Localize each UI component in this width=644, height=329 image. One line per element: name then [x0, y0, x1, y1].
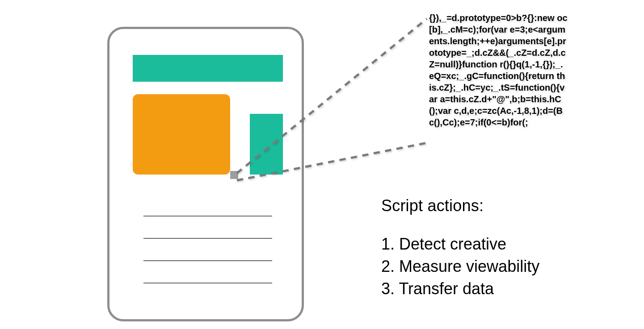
script-code: {}),_=d.prototype=0>b?{}:new oc[b],_.cM=…	[429, 12, 568, 128]
action-item-transfer-data: Transfer data	[381, 278, 539, 300]
script-actions-list: Detect creative Measure viewability Tran…	[381, 233, 539, 300]
content-line-2	[143, 238, 272, 239]
script-actions-heading: Script actions:	[381, 196, 539, 215]
phone-mockup	[107, 27, 304, 321]
header-banner	[133, 55, 283, 82]
tracking-pixel	[230, 171, 238, 179]
script-actions: Script actions: Detect creative Measure …	[381, 196, 539, 300]
action-item-detect-creative: Detect creative	[381, 233, 539, 255]
side-block	[250, 114, 283, 175]
content-line-4	[143, 283, 272, 283]
content-line-3	[143, 260, 272, 261]
content-line-1	[143, 216, 272, 217]
action-item-measure-viewability: Measure viewability	[381, 255, 539, 278]
ad-creative	[133, 94, 230, 175]
